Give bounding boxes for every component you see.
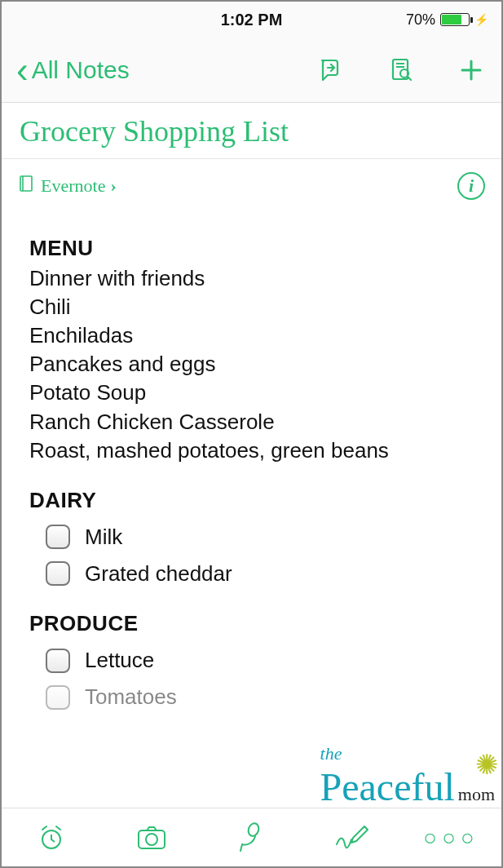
note-title[interactable]: Grocery Shopping List: [2, 103, 501, 159]
charging-icon: ⚡: [474, 13, 488, 26]
menu-item: Potato Soup: [29, 379, 474, 407]
search-note-icon[interactable]: [386, 55, 417, 86]
flower-icon: ✺: [475, 748, 498, 781]
chevron-left-icon: ‹: [16, 52, 29, 88]
nav-actions: [315, 55, 487, 86]
status-right: 70% ⚡: [406, 11, 488, 29]
section-heading-menu: MENU: [29, 234, 474, 263]
nav-bar: ‹ All Notes: [2, 38, 501, 103]
checklist-label: Lettuce: [85, 646, 154, 675]
status-bar: 1:02 PM 70% ⚡: [2, 2, 501, 38]
more-icon[interactable]: ○○○: [434, 820, 470, 856]
reminder-icon[interactable]: [33, 820, 69, 856]
microphone-icon[interactable]: [233, 820, 269, 856]
checklist-item[interactable]: Lettuce: [46, 646, 474, 675]
checklist-item[interactable]: Grated cheddar: [46, 560, 474, 588]
back-label: All Notes: [32, 56, 130, 84]
notebook-name: Evernote: [41, 175, 105, 197]
menu-item: Dinner with friends: [29, 264, 474, 293]
section-heading-dairy: DAIRY: [29, 486, 474, 515]
menu-item: Roast, mashed potatoes, green beans: [29, 436, 474, 465]
svg-point-5: [146, 834, 157, 845]
section-heading-produce: PRODUCE: [29, 609, 474, 638]
svg-point-6: [247, 822, 261, 837]
chevron-right-icon: ›: [110, 175, 116, 197]
info-icon[interactable]: i: [457, 172, 485, 200]
battery-percent: 70%: [406, 11, 435, 29]
checklist-item[interactable]: Tomatoes: [46, 683, 474, 711]
camera-icon[interactable]: [134, 820, 170, 856]
checkbox-icon[interactable]: [46, 649, 70, 673]
checkbox-icon[interactable]: [46, 685, 70, 710]
note-body[interactable]: MENU Dinner with friends Chili Enchilada…: [2, 206, 501, 711]
menu-item: Pancakes and eggs: [29, 350, 474, 379]
checkbox-icon[interactable]: [46, 525, 70, 549]
svg-rect-2: [20, 176, 32, 191]
menu-item: Chili: [29, 293, 474, 321]
share-icon[interactable]: [315, 55, 346, 86]
notebook-icon: [18, 175, 34, 197]
menu-item: Ranch Chicken Casserole: [29, 408, 474, 436]
handwriting-icon[interactable]: [333, 820, 369, 856]
menu-item: Enchiladas: [29, 321, 474, 350]
notebook-row[interactable]: Evernote › i: [2, 159, 501, 206]
checkbox-icon[interactable]: [46, 561, 70, 586]
back-button[interactable]: ‹ All Notes: [16, 52, 130, 88]
checklist-label: Tomatoes: [85, 683, 177, 711]
status-time: 1:02 PM: [221, 11, 283, 29]
battery-icon: [440, 13, 470, 26]
checklist-label: Grated cheddar: [85, 560, 232, 588]
bottom-toolbar: ○○○: [2, 808, 501, 866]
checklist-item[interactable]: Milk: [46, 523, 474, 551]
watermark: ✺ the Peaceful mom: [320, 743, 495, 809]
add-icon[interactable]: [456, 55, 487, 86]
checklist-label: Milk: [85, 523, 122, 551]
